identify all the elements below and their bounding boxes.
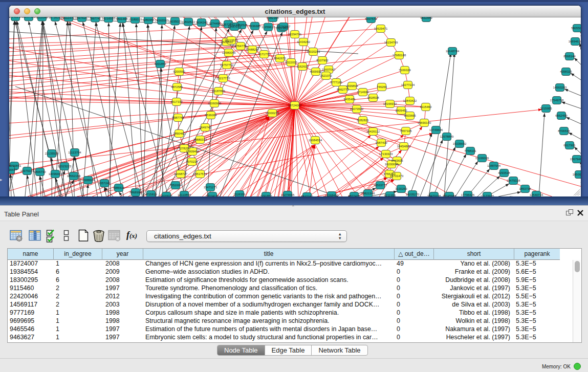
svg-text:19205270: 19205270 [406,193,420,196]
svg-text:9777169: 9777169 [330,81,342,84]
svg-text:16035021: 16035021 [168,20,182,23]
svg-text:11359613: 11359613 [262,26,275,29]
svg-text:1853738: 1853738 [519,187,531,190]
svg-text:15180019: 15180019 [128,18,142,21]
svg-text:19020283: 19020283 [307,50,320,53]
svg-text:16894610: 16894610 [569,40,581,43]
svg-text:10277224: 10277224 [401,83,415,86]
svg-text:4358325: 4358325 [560,70,572,73]
svg-text:14821348: 14821348 [361,192,375,195]
svg-text:3130269: 3130269 [395,187,407,190]
svg-text:10073502: 10073502 [350,107,364,111]
svg-text:4009932: 4009932 [310,70,322,73]
svg-text:16590437: 16590437 [9,168,17,171]
svg-text:15300275: 15300275 [266,112,279,115]
svg-text:6617901: 6617901 [563,144,576,147]
svg-text:1806730: 1806730 [34,170,46,173]
svg-text:9942670: 9942670 [274,57,286,60]
svg-text:4293518: 4293518 [498,171,510,174]
svg-text:1621072: 1621072 [320,74,332,77]
svg-text:10563777: 10563777 [374,184,387,187]
svg-text:9603665: 9603665 [404,114,416,117]
svg-text:4171779: 4171779 [258,53,270,56]
svg-text:17240237: 17240237 [9,17,23,18]
svg-text:12843422: 12843422 [403,99,417,102]
svg-text:9274496: 9274496 [209,22,221,25]
svg-text:18880334: 18880334 [193,138,207,141]
svg-text:9692889: 9692889 [420,17,432,19]
svg-text:22060906: 22060906 [208,102,222,105]
svg-text:6662499: 6662499 [555,114,568,117]
svg-text:22488257: 22488257 [246,48,259,51]
svg-text:14749606: 14749606 [429,128,443,132]
svg-text:18500834: 18500834 [573,173,581,176]
svg-text:9987747: 9987747 [172,116,184,119]
svg-text:7169329: 7169329 [399,69,411,72]
svg-text:8336685: 8336685 [249,25,261,28]
svg-text:22294701: 22294701 [288,33,302,36]
svg-text:22790867: 22790867 [277,25,291,28]
svg-text:13479328: 13479328 [507,179,520,182]
svg-text:9910471: 9910471 [62,17,75,19]
svg-text:9200590: 9200590 [173,70,185,73]
svg-text:2439814: 2439814 [346,84,358,87]
svg-text:13487072: 13487072 [228,25,242,28]
svg-text:746266: 746266 [377,85,387,89]
svg-text:13166006: 13166006 [475,157,489,160]
svg-text:14365563: 14365563 [155,19,169,22]
svg-text:8662773: 8662773 [337,88,349,91]
svg-text:15979321: 15979321 [20,169,34,172]
svg-text:7970218: 7970218 [186,160,198,163]
svg-text:19974167: 19974167 [75,17,89,19]
svg-text:22135518: 22135518 [45,152,59,155]
svg-text:6617332: 6617332 [170,100,183,103]
svg-text:11434282: 11434282 [297,40,311,43]
svg-text:1809452: 1809452 [395,109,407,112]
svg-text:11113794: 11113794 [68,151,81,154]
svg-text:21607047: 21607047 [322,68,336,71]
svg-text:18562199: 18562199 [67,174,81,178]
svg-text:11887944: 11887944 [487,164,501,167]
svg-text:4986616: 4986616 [113,186,125,189]
svg-text:4872581: 4872581 [171,85,183,89]
svg-text:18166932: 18166932 [383,102,397,105]
svg-text:3357241: 3357241 [98,182,111,185]
svg-text:8568144: 8568144 [563,55,576,58]
svg-text:7557105: 7557105 [400,129,412,133]
svg-text:16154769: 16154769 [384,41,398,44]
svg-text:19384554: 19384554 [309,139,322,142]
svg-text:6382368: 6382368 [267,17,279,19]
svg-text:1162615: 1162615 [297,65,309,68]
svg-text:19757752: 19757752 [220,63,234,67]
svg-text:5801468: 5801468 [116,17,128,20]
svg-text:5322037: 5322037 [285,61,297,64]
svg-text:15701473: 15701473 [390,174,404,178]
svg-text:10223572: 10223572 [225,39,238,42]
svg-text:7352004: 7352004 [169,184,182,187]
svg-text:12578849: 12578849 [440,135,454,138]
svg-text:9443636: 9443636 [391,159,403,162]
svg-text:17130323: 17130323 [379,152,393,156]
svg-text:11668727: 11668727 [174,172,188,176]
svg-text:17809496: 17809496 [186,150,200,153]
svg-text:15335692: 15335692 [453,142,467,145]
svg-text:1714930: 1714930 [357,91,369,94]
svg-text:16648784: 16648784 [446,50,460,53]
svg-text:4715819: 4715819 [145,193,157,196]
svg-text:12323223: 12323223 [58,165,72,168]
svg-text:18724007: 18724007 [288,104,302,107]
svg-text:1764778: 1764778 [234,45,247,48]
svg-text:2528359: 2528359 [233,193,246,196]
svg-text:15679469: 15679469 [570,158,581,161]
svg-text:3435481: 3435481 [343,98,356,101]
svg-text:7768101: 7768101 [464,149,476,152]
svg-text:14096463: 14096463 [49,172,62,176]
svg-text:17549758: 17549758 [550,99,564,102]
svg-text:1818538: 1818538 [367,96,379,99]
svg-text:18388669: 18388669 [81,179,95,182]
svg-text:18237325: 18237325 [22,17,36,18]
svg-text:3215955: 3215955 [540,107,552,110]
svg-text:14563283: 14563283 [553,86,567,89]
svg-text:3634243: 3634243 [195,21,208,24]
svg-text:9509949: 9509949 [36,17,48,19]
